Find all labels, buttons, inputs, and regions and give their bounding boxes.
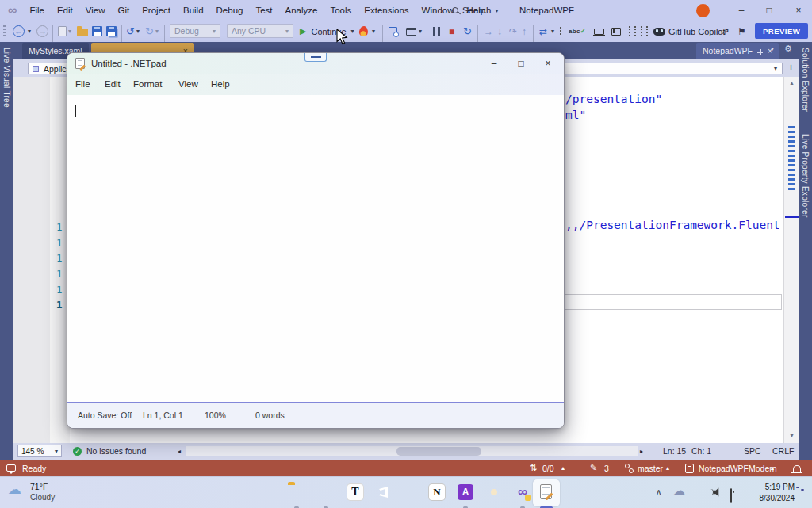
menu-item-test[interactable]: Test: [249, 0, 278, 21]
open-file-button[interactable]: [77, 21, 88, 42]
undo-button[interactable]: ↺: [126, 21, 135, 42]
navigate-forward-button[interactable]: →: [36, 21, 48, 42]
hot-reload-button[interactable]: [359, 21, 368, 42]
menu-item-build[interactable]: Build: [177, 0, 210, 21]
inapp-toolbar-grip[interactable]: [304, 53, 327, 62]
hscroll-left-icon[interactable]: ◂: [178, 443, 181, 460]
navigate-back-button[interactable]: ←: [13, 21, 25, 42]
visual-studio-button[interactable]: ∞: [515, 484, 530, 500]
branch-icon[interactable]: [625, 460, 634, 476]
pending-edits-icon[interactable]: ✎: [590, 460, 597, 476]
np-menu-help[interactable]: Help: [211, 74, 230, 95]
flag-icon[interactable]: ⚑: [737, 21, 746, 42]
battery-icon[interactable]: [730, 489, 732, 503]
menu-item-view[interactable]: View: [79, 0, 112, 21]
share-icon[interactable]: ⇗: [722, 21, 730, 42]
menu-item-analyze[interactable]: Analyze: [279, 0, 324, 21]
window-layout-button[interactable]: [406, 21, 416, 42]
more-commands-icon[interactable]: [560, 21, 561, 42]
breakpoint-margin[interactable]: [13, 77, 50, 443]
branch-name[interactable]: master: [638, 460, 663, 476]
hscroll-right-icon[interactable]: ▸: [640, 443, 643, 460]
netpad-minimize-button[interactable]: –: [481, 53, 507, 74]
new-item-button[interactable]: [58, 21, 67, 42]
undo-dropdown-icon[interactable]: ▾: [136, 21, 140, 42]
column-guides-button[interactable]: [629, 21, 636, 42]
tab-notepadwpf[interactable]: NotepadWPF ×: [696, 43, 779, 59]
navigator-dropdown-icon[interactable]: ▾: [774, 65, 777, 72]
editor-zoom-select[interactable]: 145 % ▾: [17, 445, 62, 457]
affinity-button[interactable]: A: [458, 484, 473, 500]
menu-item-file[interactable]: File: [23, 0, 51, 21]
vs-minimize-button[interactable]: –: [730, 0, 753, 21]
notifications-bell-icon[interactable]: [793, 460, 801, 476]
editor-vertical-scrollbar[interactable]: ▴ ▾: [783, 77, 799, 443]
scroll-up-icon[interactable]: ▴: [784, 79, 799, 86]
save-all-button[interactable]: [106, 21, 117, 42]
netpad-text-area[interactable]: [67, 95, 564, 402]
np-menu-view[interactable]: View: [178, 74, 198, 95]
sync-count[interactable]: 0/0: [542, 460, 554, 476]
github-copilot-button[interactable]: [653, 21, 665, 42]
t-app-button[interactable]: T: [347, 484, 363, 500]
branch-caret-icon[interactable]: ▴: [666, 460, 669, 476]
tray-overflow-chevron-icon[interactable]: ∧: [656, 487, 661, 496]
menu-item-extensions[interactable]: Extensions: [358, 0, 415, 21]
stop-debugging-button[interactable]: ■: [449, 21, 454, 42]
hscrollbar-thumb[interactable]: [396, 447, 481, 456]
sync-icon[interactable]: ⇅: [530, 460, 537, 476]
step-into-button[interactable]: ↓: [497, 21, 502, 42]
redo-dropdown-icon[interactable]: ▾: [155, 21, 159, 42]
solution-platforms-select[interactable]: Any CPU▾: [227, 24, 293, 38]
menu-item-git[interactable]: Git: [111, 0, 136, 21]
navigate-history-dropdown-icon[interactable]: ▾: [551, 21, 554, 42]
np-menu-file[interactable]: File: [75, 74, 90, 95]
hot-reload-dropdown-icon[interactable]: ▾: [372, 21, 375, 42]
device-preview-button[interactable]: [594, 21, 604, 42]
sync-caret-icon[interactable]: ▴: [561, 460, 565, 476]
pin-icon[interactable]: [757, 52, 763, 53]
search-documents-button[interactable]: [389, 21, 397, 42]
toolbar-grip[interactable]: [3, 21, 6, 42]
row-guides-button[interactable]: [641, 21, 648, 42]
weather-cloud-icon[interactable]: ☁: [8, 481, 21, 498]
repo-icon[interactable]: [685, 460, 694, 476]
pause-button[interactable]: [433, 21, 440, 42]
spell-check-button[interactable]: abc✓: [569, 21, 586, 42]
step-over-button[interactable]: ↷: [509, 21, 517, 42]
menu-item-project[interactable]: Project: [136, 0, 177, 21]
editor-horizontal-scrollbar[interactable]: [186, 446, 638, 456]
new-item-dropdown-icon[interactable]: ▾: [68, 21, 71, 42]
vs-search-box[interactable]: Search ▾: [452, 0, 498, 21]
preview-button[interactable]: PREVIEW: [755, 23, 808, 39]
netpad-taskbar-button[interactable]: [533, 479, 560, 506]
tab-list-dropdown-icon[interactable]: ▾: [771, 45, 774, 52]
panel-tab-solution-explorer[interactable]: Solution Explorer: [801, 48, 810, 112]
autosave-status[interactable]: Auto Save: Off: [78, 403, 132, 428]
panel-tab-live-property-explorer[interactable]: Live Property Explorer: [801, 134, 810, 218]
solution-configurations-select[interactable]: Debug▾: [170, 24, 220, 38]
notion-button[interactable]: N: [429, 484, 445, 500]
issues-status[interactable]: No issues found: [86, 443, 146, 460]
netpad-maximize-button[interactable]: □: [508, 53, 534, 74]
np-menu-edit[interactable]: Edit: [105, 74, 121, 95]
vs-close-button[interactable]: ×: [787, 0, 810, 21]
document-outline-button[interactable]: [611, 21, 621, 42]
netpad-zoom-status[interactable]: 100%: [205, 403, 226, 428]
scrollbar-thumb[interactable]: [788, 126, 795, 191]
repo-name[interactable]: NotepadWPFModern: [699, 460, 777, 476]
onedrive-cloud-icon[interactable]: ☁: [673, 483, 685, 498]
save-button[interactable]: [92, 21, 102, 42]
menu-item-debug[interactable]: Debug: [210, 0, 250, 21]
repo-caret-icon[interactable]: ▴: [771, 460, 774, 476]
vs-maximize-button[interactable]: □: [757, 0, 781, 21]
scroll-down-icon[interactable]: ▾: [784, 432, 799, 439]
spaces-indicator[interactable]: SPC: [744, 443, 761, 460]
netpad-close-button[interactable]: ×: [535, 53, 561, 74]
health-check-icon[interactable]: ✓: [73, 447, 82, 456]
show-next-statement-button[interactable]: →: [484, 21, 493, 42]
navigate-back-dropdown-icon[interactable]: ▾: [28, 21, 31, 42]
account-avatar[interactable]: [696, 4, 710, 17]
menu-item-tools[interactable]: Tools: [324, 0, 358, 21]
feedback-icon[interactable]: [6, 460, 16, 476]
